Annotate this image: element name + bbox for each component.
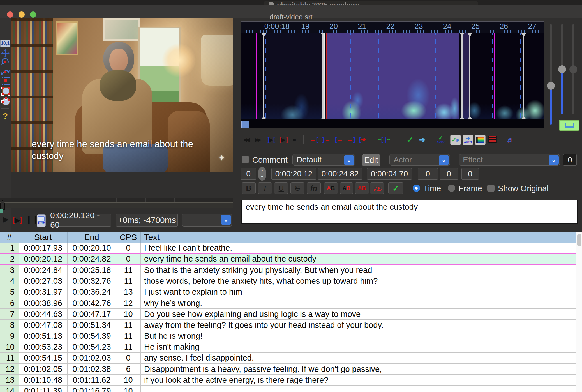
commit-text-button[interactable]: ✓ <box>388 182 403 194</box>
start-time-field[interactable]: 0:00:20.12 <box>271 168 316 180</box>
header-end[interactable]: End <box>68 232 116 243</box>
header-cps[interactable]: CPS <box>116 232 141 243</box>
previous-line-button[interactable]: ◀◀ <box>243 133 248 146</box>
go-to-next-button[interactable]: ➜ <box>419 133 425 146</box>
margin-right-field[interactable]: 0 <box>440 168 458 180</box>
play-first-500ms-button[interactable]: [→ <box>335 133 343 146</box>
margin-vertical-field[interactable]: 0 <box>461 168 479 180</box>
actor-combo[interactable]: Actor ⌄ <box>389 154 450 166</box>
frame-radio-label[interactable]: Frame <box>459 184 482 193</box>
subtitle-row[interactable]: 3 0:00:24.84 0:00:25.18 11 So that is th… <box>0 265 576 276</box>
video-preview[interactable]: every time he sends an email about the c… <box>11 18 233 172</box>
play-500ms-before-button[interactable]: →[ <box>310 133 318 146</box>
rotate-xy-tool-icon[interactable] <box>1 68 10 76</box>
subtitle-row[interactable]: 10 0:00:53.23 0:00:54.23 11 He isn't mak… <box>0 342 576 353</box>
help-icon[interactable]: ? <box>1 111 10 121</box>
header-text[interactable]: Text <box>141 232 576 243</box>
shadow-color-button[interactable]: AB <box>370 182 384 194</box>
horizontal-zoom-knob[interactable] <box>547 82 555 90</box>
underline-button[interactable]: U <box>274 182 288 194</box>
drag-tool-icon[interactable] <box>1 49 10 57</box>
style-combo[interactable]: Default ⌄ <box>292 154 355 166</box>
clip-tool-icon[interactable] <box>2 87 10 95</box>
video-seek-bar[interactable] <box>0 202 233 208</box>
karaoke-mode-button[interactable]: ♬ <box>506 133 514 146</box>
play-500ms-after-button[interactable]: ]→ <box>322 133 331 146</box>
layer-field[interactable]: 0 <box>241 168 256 180</box>
audio-scrollbar[interactable] <box>241 120 544 128</box>
subtitle-row[interactable]: 13 0:01:10.48 0:01:11.62 10 if you look … <box>0 375 576 386</box>
subtitle-row[interactable]: 7 0:00:44.63 0:00:47.17 10 Do you see ho… <box>0 309 576 320</box>
subtitle-row[interactable]: 5 0:00:31.97 0:00:36.24 13 I just want t… <box>0 287 576 298</box>
sparkle-icon: ✦ <box>218 153 225 163</box>
line-boundary-marker[interactable] <box>263 33 264 119</box>
line-boundary-marker[interactable] <box>461 33 463 119</box>
play-selection-button[interactable]: ]▶[ <box>267 133 276 146</box>
outline-color-button[interactable]: AB <box>355 182 369 194</box>
lead-in-out-button[interactable]: ╌[ ]╌ <box>378 133 390 146</box>
time-radio-label[interactable]: Time <box>423 184 441 193</box>
subtitle-row[interactable]: 12 0:01:02.05 0:01:02.38 6 Disappointmen… <box>0 364 576 375</box>
bold-button[interactable]: B <box>242 182 256 194</box>
show-original-checkbox[interactable] <box>487 185 495 192</box>
italic-button[interactable]: I <box>258 182 272 194</box>
play-current-line-button[interactable]: [▶] <box>279 133 288 146</box>
subtitle-row[interactable]: 4 0:00:27.03 0:00:32.76 11 those words, … <box>0 276 576 287</box>
link-sliders-toggle[interactable] <box>559 120 579 131</box>
subtitle-row[interactable]: 1 0:00:17.93 0:00:20.10 0 I feel like I … <box>0 243 576 253</box>
show-original-label[interactable]: Show Original <box>498 184 549 193</box>
time-radio[interactable] <box>413 185 420 192</box>
subtitle-row[interactable]: 14 0:01:11.39 0:01:16.79 10 <box>0 386 576 392</box>
line-boundary-marker[interactable] <box>523 33 524 119</box>
selection-start-marker[interactable] <box>326 33 327 119</box>
selection-end-marker[interactable] <box>459 33 459 119</box>
row-start-time: 0:00:24.84 <box>19 265 68 275</box>
play-to-end-button[interactable]: [↠ <box>359 133 366 146</box>
comment-checkbox[interactable] <box>242 156 249 163</box>
play-button[interactable]: ▶ <box>3 215 8 223</box>
end-time-field[interactable]: 0:00:24.82 <box>318 168 362 180</box>
subtitle-row[interactable]: 9 0:00:51.13 0:00:54.39 11 But he is wro… <box>0 331 576 342</box>
play-last-500ms-button[interactable]: →] <box>347 133 355 146</box>
volume-knob[interactable] <box>569 65 577 73</box>
play-line-button[interactable]: [▶] <box>12 215 22 224</box>
strikeout-button[interactable]: S <box>290 182 304 194</box>
margin-left-field[interactable]: 0 <box>418 168 438 180</box>
layer-stepper[interactable]: ⌃⌄ <box>258 167 266 181</box>
frame-radio[interactable] <box>448 185 455 192</box>
edit-style-button[interactable]: Edit <box>362 154 380 166</box>
line-boundary-marker[interactable] <box>322 33 324 119</box>
subtitle-row[interactable]: 11 0:00:54.15 0:01:02.03 0 any sense. I … <box>0 353 576 364</box>
spectrogram[interactable] <box>241 33 544 119</box>
secondary-color-button[interactable]: AB <box>340 182 353 194</box>
auto-commit-toggle[interactable]: ✓AUTO <box>437 133 445 146</box>
line-boundary-marker[interactable] <box>469 33 470 119</box>
grid-scrollbar-thumb[interactable] <box>577 234 581 246</box>
commit-button[interactable]: ✓ <box>407 133 414 146</box>
subtitle-row[interactable]: 6 0:00:38.96 0:00:42.76 12 why he’s wron… <box>0 298 576 309</box>
font-face-button[interactable]: fn <box>307 182 321 194</box>
header-start[interactable]: Start <box>19 232 68 243</box>
stop-button[interactable]: ■ <box>293 133 296 146</box>
auto-scroll-toggle[interactable]: ➜AUTO <box>463 135 473 145</box>
header-num[interactable]: # <box>0 232 19 243</box>
vertical-zoom-link-button[interactable] <box>488 133 497 146</box>
subtitle-row[interactable]: 8 0:00:47.08 0:00:51.34 11 away from the… <box>0 320 576 331</box>
primary-color-button[interactable]: AB <box>324 182 338 194</box>
auto-next-toggle[interactable]: ✓▶ <box>450 135 461 145</box>
subtitle-text-input[interactable]: every time he sends an email about the c… <box>241 200 578 224</box>
next-line-button[interactable]: ▶▶ <box>255 133 260 146</box>
rotate-z-tool-icon[interactable] <box>1 58 10 66</box>
grid-scrollbar[interactable] <box>576 232 582 392</box>
spectrum-mode-toggle[interactable] <box>475 135 486 145</box>
duration-field[interactable]: 0:00:04.70 <box>367 168 412 180</box>
zoom-combo[interactable]: ⌄ <box>182 214 232 227</box>
effect-combo[interactable]: Effect ⌄ <box>459 154 560 166</box>
audio-display[interactable]: 0:00:18192021222324252627 <box>241 21 544 128</box>
vector-clip-tool-icon[interactable] <box>2 98 10 105</box>
vertical-zoom-knob[interactable] <box>558 65 566 73</box>
audio-scrollbar-thumb[interactable] <box>241 121 249 128</box>
auto-seek-toggle[interactable]: → AUTO <box>37 214 46 227</box>
scale-tool-icon[interactable] <box>2 77 10 85</box>
subtitle-row[interactable]: 2 0:00:20.12 0:00:24.82 0 every time he … <box>0 253 576 265</box>
